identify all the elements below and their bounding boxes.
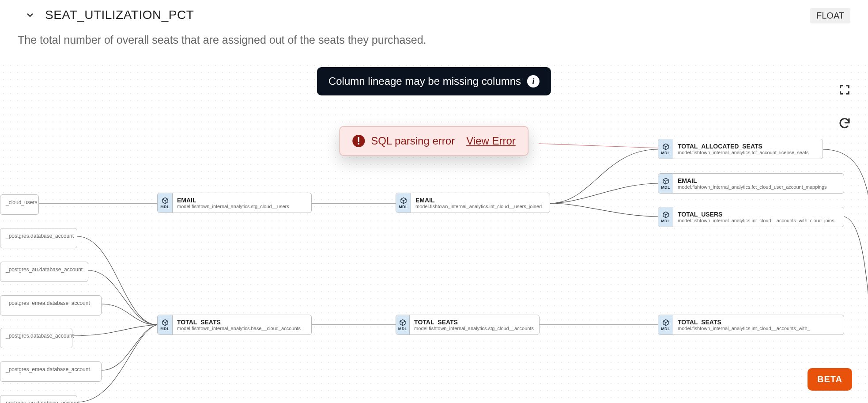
node-path: model.fishtown_internal_analytics.stg_cl… [414, 326, 534, 331]
column-description: The total number of overall seats that a… [18, 34, 426, 46]
fullscreen-button[interactable] [836, 81, 853, 98]
info-icon[interactable]: i [527, 75, 540, 87]
error-text: SQL parsing error [371, 135, 455, 147]
node-path: model.fishtown_internal_analytics.int_cl… [415, 204, 542, 209]
model-label: MDL [661, 185, 670, 190]
lineage-node[interactable]: MDL EMAIL model.fishtown_internal_analyt… [658, 173, 844, 194]
lineage-node[interactable]: _postgres_emea.database_account [0, 361, 102, 382]
node-path: model.fishtown_internal_analytics.fct_ac… [678, 150, 809, 155]
model-label: MDL [160, 205, 169, 209]
lineage-node[interactable]: _postgres_emea.database_account [0, 295, 102, 316]
model-label: MDL [661, 219, 670, 223]
model-icon: MDL [658, 207, 673, 227]
lineage-node[interactable]: MDL TOTAL_SEATS model.fishtown_internal_… [396, 315, 540, 335]
lineage-node[interactable]: postgres_au.database_account [0, 395, 77, 403]
model-icon: MDL [396, 193, 411, 213]
column-name: EMAIL [415, 197, 542, 204]
node-path: model.fishtown_internal_analytics.int_cl… [678, 326, 810, 331]
model-icon: MDL [658, 315, 673, 335]
lineage-node[interactable]: MDL TOTAL_USERS model.fishtown_internal_… [658, 207, 844, 227]
model-label: MDL [398, 327, 407, 331]
column-name: TOTAL_SEATS [177, 319, 301, 326]
model-icon: MDL [158, 193, 173, 213]
model-label: MDL [399, 205, 408, 209]
column-name: EMAIL [177, 197, 289, 204]
column-name: TOTAL_USERS [678, 211, 834, 218]
model-label: MDL [661, 327, 670, 331]
lineage-node[interactable]: MDL EMAIL model.fishtown_internal_analyt… [396, 193, 550, 213]
node-path: model.fishtown_internal_analytics.base__… [177, 326, 301, 331]
node-path: _postgres_emea.database_account [6, 300, 90, 311]
collapse-chevron[interactable] [24, 9, 36, 21]
lineage-node[interactable]: _postgres_au.database_account [0, 262, 88, 282]
model-label: MDL [661, 151, 670, 155]
model-icon: MDL [658, 139, 673, 159]
lineage-node[interactable]: _postgres.database_account [0, 228, 77, 248]
model-icon: MDL [658, 174, 673, 193]
lineage-node[interactable]: MDL EMAIL model.fishtown_internal_analyt… [157, 193, 312, 213]
error-icon: ! [352, 135, 365, 147]
column-name: TOTAL_ALLOCATED_SEATS [678, 143, 809, 150]
refresh-button[interactable] [836, 115, 853, 132]
warning-text: Column lineage may be missing columns [328, 75, 521, 87]
lineage-node[interactable]: MDL TOTAL_SEATS model.fishtown_internal_… [658, 315, 844, 335]
model-icon: MDL [158, 315, 173, 335]
column-name: EMAIL [678, 177, 827, 184]
lineage-canvas[interactable]: Column lineage may be missing columns i … [0, 62, 868, 403]
node-path: _postgres_au.database_account [6, 266, 83, 277]
column-name: TOTAL_SEATS [414, 319, 534, 326]
column-name: TOTAL_SEATS [678, 319, 810, 326]
node-path: _postgres_emea.database_account [6, 366, 90, 377]
lineage-node[interactable]: _postgres.database_account [0, 328, 72, 348]
lineage-node[interactable]: MDL TOTAL_ALLOCATED_SEATS model.fishtown… [658, 139, 823, 159]
model-icon: MDL [396, 315, 410, 335]
node-path: model.fishtown_internal_analytics.fct_cl… [678, 184, 827, 190]
node-path: model.fishtown_internal_analytics.int_cl… [678, 218, 834, 223]
lineage-warning-banner: Column lineage may be missing columns i [317, 67, 551, 95]
node-path: _postgres.database_account [6, 233, 74, 243]
node-path: _postgres.database_account [6, 333, 74, 343]
lineage-node[interactable]: MDL TOTAL_SEATS model.fishtown_internal_… [157, 315, 312, 335]
beta-badge: BETA [808, 368, 852, 391]
node-path: postgres_au.database_account [6, 400, 79, 403]
node-path: _cloud_users [6, 199, 37, 210]
node-path: model.fishtown_internal_analytics.stg_cl… [177, 204, 289, 209]
model-label: MDL [160, 327, 169, 331]
sql-error-banner: ! SQL parsing error View Error [339, 126, 528, 156]
view-error-link[interactable]: View Error [466, 135, 516, 147]
page-title: SEAT_UTILIZATION_PCT [45, 8, 194, 22]
lineage-node[interactable]: _cloud_users [0, 194, 39, 215]
type-badge: FLOAT [810, 8, 850, 23]
